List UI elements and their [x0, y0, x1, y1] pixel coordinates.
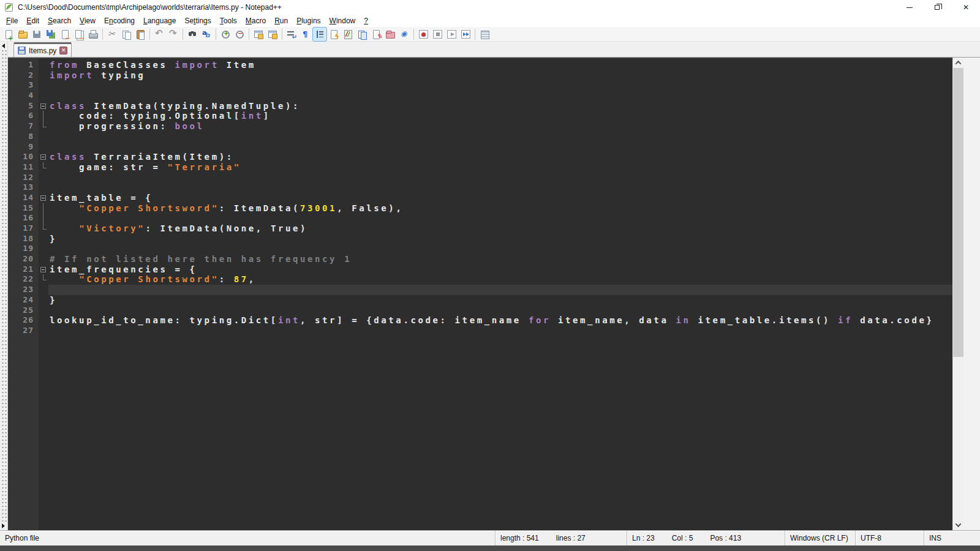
line-number[interactable]: 11 — [8, 162, 39, 173]
menu-view[interactable]: View — [75, 15, 100, 26]
menu-search[interactable]: Search — [43, 15, 75, 26]
close-file-icon[interactable] — [58, 28, 72, 41]
code-line[interactable]: 21item_frequencies = { — [8, 264, 952, 275]
sync-vertical-scroll-icon[interactable] — [252, 28, 265, 41]
code-line[interactable]: 5class ItemData(typing.NamedTuple): — [8, 101, 952, 111]
menu-run[interactable]: Run — [270, 15, 292, 26]
find-icon[interactable] — [186, 28, 199, 41]
line-number[interactable]: 21 — [8, 264, 39, 275]
menu-help[interactable]: ? — [360, 15, 372, 26]
code-line[interactable]: 24} — [8, 295, 952, 305]
folder-as-workspace-icon[interactable] — [383, 28, 397, 41]
code-line[interactable]: 19 — [8, 244, 952, 254]
code-line[interactable]: 14item_table = { — [8, 193, 952, 203]
monitoring-icon[interactable] — [398, 28, 411, 41]
function-list-icon[interactable] — [327, 28, 341, 41]
zoom-in-icon[interactable] — [219, 28, 232, 41]
vertical-scrollbar[interactable] — [952, 58, 963, 530]
macro-run-multiple-icon[interactable] — [459, 28, 472, 41]
replace-icon[interactable] — [200, 28, 213, 41]
print-icon[interactable] — [86, 28, 100, 41]
define-language-icon[interactable] — [369, 28, 383, 41]
code-line[interactable]: 2import typing — [8, 70, 952, 81]
code-line[interactable]: 12 — [8, 173, 952, 183]
save-file-icon[interactable] — [30, 28, 43, 41]
line-number[interactable]: 16 — [8, 213, 39, 223]
macro-record-icon[interactable] — [417, 28, 430, 41]
menu-edit[interactable]: Edit — [22, 15, 43, 26]
menu-tools[interactable]: Tools — [216, 15, 241, 26]
code-line[interactable]: 17 "Victory": ItemData(None, True) — [8, 223, 952, 234]
code-line[interactable]: 1from BaseClasses import Item — [8, 60, 952, 70]
line-number[interactable]: 9 — [8, 142, 39, 152]
zoom-out-icon[interactable] — [233, 28, 246, 41]
fold-marker-start[interactable] — [39, 101, 48, 111]
code-area[interactable]: 1from BaseClasses import Item2import typ… — [8, 58, 952, 530]
menu-file[interactable]: File — [2, 15, 22, 26]
line-number[interactable]: 14 — [8, 193, 39, 203]
fold-marker-start[interactable] — [39, 193, 48, 203]
fold-marker-start[interactable] — [39, 152, 48, 162]
redo-icon[interactable] — [167, 28, 180, 41]
line-number[interactable]: 10 — [8, 152, 39, 162]
code-line-current[interactable]: 23 — [8, 285, 952, 295]
code-line[interactable]: 16 — [8, 213, 952, 223]
code-line[interactable]: 18} — [8, 234, 952, 244]
document-map-icon[interactable] — [341, 28, 355, 41]
macro-stop-icon[interactable] — [431, 28, 444, 41]
scrollbar-up-button[interactable] — [953, 58, 963, 68]
code-line[interactable]: 15 "Copper Shortsword": ItemData(73001, … — [8, 203, 952, 214]
line-number[interactable]: 23 — [8, 285, 39, 295]
code-line[interactable]: 25 — [8, 305, 952, 316]
scrollbar-down-button[interactable] — [953, 520, 963, 530]
line-number[interactable]: 8 — [8, 132, 39, 142]
line-number[interactable]: 22 — [8, 274, 39, 285]
dock-strip[interactable] — [0, 42, 8, 530]
new-file-icon[interactable] — [2, 28, 15, 41]
dock-expand-arrow-icon[interactable] — [2, 523, 5, 528]
menu-settings[interactable]: Settings — [180, 15, 215, 26]
code-line[interactable]: 11 game: str = "Terraria" — [8, 162, 952, 173]
menu-macro[interactable]: Macro — [241, 15, 270, 26]
code-line[interactable]: 4 — [8, 91, 952, 101]
code-line[interactable]: 13 — [8, 182, 952, 193]
code-line[interactable]: 7 progression: bool — [8, 121, 952, 132]
menu-plugins[interactable]: Plugins — [292, 15, 325, 26]
scrollbar-track[interactable] — [953, 68, 963, 520]
code-line[interactable]: 8 — [8, 132, 952, 142]
code-line[interactable]: 3 — [8, 80, 952, 91]
show-indent-guide-icon[interactable] — [313, 28, 326, 41]
code-line[interactable]: 6 code: typing.Optional[int] — [8, 111, 952, 121]
line-number[interactable]: 5 — [8, 101, 39, 111]
code-line[interactable]: 26lookup_id_to_name: typing.Dict[int, st… — [8, 315, 952, 326]
code-line[interactable]: 27 — [8, 326, 952, 336]
dock-collapse-arrow-icon[interactable] — [2, 43, 5, 48]
word-wrap-icon[interactable] — [285, 28, 298, 41]
close-button[interactable]: ✕ — [952, 0, 980, 15]
sync-horizontal-scroll-icon[interactable] — [266, 28, 279, 41]
line-number[interactable]: 7 — [8, 121, 39, 132]
save-all-icon[interactable] — [44, 28, 58, 41]
copy-icon[interactable] — [119, 28, 133, 41]
undo-icon[interactable] — [153, 28, 166, 41]
line-number[interactable]: 27 — [8, 326, 39, 336]
line-number[interactable]: 3 — [8, 80, 39, 91]
line-number[interactable]: 25 — [8, 305, 39, 316]
line-number[interactable]: 13 — [8, 182, 39, 193]
code-line[interactable]: 9 — [8, 142, 952, 152]
minimize-button[interactable] — [895, 0, 924, 15]
line-number[interactable]: 6 — [8, 111, 39, 121]
close-all-icon[interactable] — [72, 28, 86, 41]
menu-language[interactable]: Language — [139, 15, 180, 26]
menu-window[interactable]: Window — [325, 15, 360, 26]
macro-playback-icon[interactable] — [445, 28, 458, 41]
line-number[interactable]: 15 — [8, 203, 39, 214]
line-number[interactable]: 20 — [8, 254, 39, 264]
line-number[interactable]: 18 — [8, 234, 39, 244]
document-list-icon[interactable] — [355, 28, 369, 41]
line-number[interactable]: 4 — [8, 91, 39, 101]
cut-icon[interactable] — [105, 28, 119, 41]
line-number[interactable]: 1 — [8, 60, 39, 70]
line-number[interactable]: 2 — [8, 70, 39, 81]
line-number[interactable]: 26 — [8, 315, 39, 326]
